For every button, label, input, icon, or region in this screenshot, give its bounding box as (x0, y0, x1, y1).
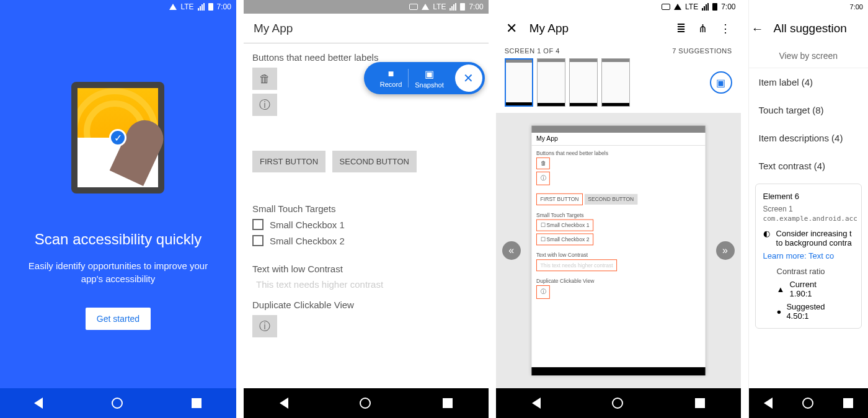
nav-home-icon[interactable] (802, 398, 813, 409)
back-button[interactable]: ← (751, 22, 764, 36)
annotated-screenshot[interactable]: My App Buttons that need better labels 🗑… (531, 126, 705, 376)
app-bar: ✕ My App ≣ ⋔ ⋮ (496, 14, 741, 43)
close-button[interactable]: ✕ (506, 20, 517, 37)
cast-icon (409, 4, 418, 10)
image-icon: ▣ (716, 77, 725, 89)
info-button[interactable]: ⓘ (252, 315, 277, 337)
suggestion-card[interactable]: Element 6 Screen 1 com.example.android.a… (755, 184, 862, 329)
info-icon: ⓘ (259, 319, 270, 334)
clock: 7:00 (469, 2, 483, 11)
status-bar: LTE 7:00 (496, 0, 741, 14)
signal-icon (450, 3, 456, 11)
image-icon: ▣ (415, 68, 443, 80)
nav-bar (0, 388, 236, 418)
checkbox-row[interactable]: Small Checkbox 2 (252, 235, 480, 246)
contrast-icon: ◐ (763, 229, 770, 247)
signal-icon (198, 3, 205, 11)
section-header: Text with low Contrast (252, 264, 480, 274)
check-icon: ✓ (109, 129, 126, 146)
screen-thumbnails: ▣ (496, 58, 741, 113)
battery-icon (712, 3, 717, 11)
suggestion-text: Consider increasing t to background cont… (776, 229, 854, 247)
wifi-icon (422, 4, 429, 10)
highlight: This text needs higher contrast (536, 259, 617, 271)
app-bar: ← All suggestion (749, 14, 868, 43)
category-item-descriptions[interactable]: Item descriptions (4) (749, 124, 868, 152)
category-item-label[interactable]: Item label (4) (749, 68, 868, 96)
checkbox-icon (252, 219, 264, 230)
metric-title: Contrast ratio (777, 267, 854, 276)
info-button[interactable]: ⓘ (252, 94, 277, 116)
tab-view-by-screen[interactable]: View by screen (749, 43, 868, 68)
status-bar: LTE 7:00 (0, 0, 236, 14)
highlight: ⓘ (536, 285, 550, 299)
thumbnail[interactable] (537, 58, 565, 107)
overflow-menu-button[interactable]: ⋮ (720, 22, 731, 35)
record-button[interactable]: ■Record (374, 68, 408, 88)
nav-back-icon[interactable] (764, 398, 773, 409)
nav-back-icon[interactable] (34, 398, 43, 409)
highlight: FIRST BUTTON (536, 193, 583, 205)
screen-ref: Screen 1 (763, 205, 854, 213)
next-screen-button[interactable]: » (716, 241, 735, 260)
low-contrast-text: This text needs higher contrast (252, 279, 480, 290)
nav-back-icon[interactable] (532, 398, 541, 409)
learn-more-link[interactable]: Learn more: Text co (763, 251, 854, 260)
highlight: ⓘ (536, 172, 550, 185)
check-circle-icon: ● (777, 307, 782, 316)
onboarding-illustration: ✓ (62, 76, 174, 200)
element-title: Element 6 (763, 192, 854, 201)
nav-home-icon[interactable] (360, 398, 371, 409)
info-icon: ⓘ (259, 97, 270, 112)
signal-icon (702, 3, 709, 11)
share-button[interactable]: ⋔ (698, 22, 707, 35)
thumbnail[interactable] (505, 58, 533, 107)
snapshot-button[interactable]: ▣Snapshot (409, 68, 450, 89)
first-button[interactable]: FIRST BUTTON (252, 151, 326, 172)
category-text-contrast[interactable]: Text contrast (4) (749, 152, 868, 180)
app-title: My App (529, 22, 664, 35)
nav-home-icon[interactable] (112, 398, 123, 409)
list-view-button[interactable]: ≣ (676, 22, 686, 35)
thumbnail[interactable] (601, 58, 630, 107)
get-started-button[interactable]: Get started (86, 308, 151, 330)
thumbnail[interactable] (569, 58, 598, 107)
suggestions-screen: 7:00 ← All suggestion View by screen Ite… (748, 0, 868, 418)
suggestion-count: 7 SUGGESTIONS (672, 47, 732, 55)
package-name: com.example.android.acc (763, 215, 854, 223)
second-button[interactable]: SECOND BUTTON (332, 151, 417, 172)
clock: 7:00 (217, 2, 231, 11)
checkbox-row[interactable]: Small Checkbox 1 (252, 219, 480, 230)
nav-recent-icon[interactable] (192, 398, 202, 408)
wifi-icon (674, 4, 681, 10)
nav-recent-icon[interactable] (443, 398, 453, 408)
results-screen: LTE 7:00 ✕ My App ≣ ⋔ ⋮ SCREEN 1 OF 4 7 … (496, 0, 741, 418)
delete-button[interactable]: 🗑 (252, 68, 277, 90)
scanner-fab: ■Record ▣Snapshot ✕ (364, 62, 485, 94)
nav-recent-icon[interactable] (843, 398, 853, 408)
prev-screen-button[interactable]: « (502, 241, 521, 260)
category-touch-target[interactable]: Touch target (8) (749, 96, 868, 124)
onboarding-screen: LTE 7:00 ✓ Scan accessibility quickly Ea… (0, 0, 236, 418)
onboarding-title: Scan accessibility quickly (35, 231, 202, 248)
nav-recent-icon[interactable] (695, 398, 705, 408)
screen-counter: SCREEN 1 OF 4 (505, 47, 560, 55)
status-bar: LTE 7:00 (244, 0, 489, 14)
lte-label: LTE (433, 2, 446, 11)
nav-back-icon[interactable] (280, 398, 288, 409)
section-header: Small Touch Targets (252, 203, 480, 214)
cast-icon (662, 4, 670, 10)
lte-label: LTE (685, 2, 698, 11)
clock: 7:00 (721, 2, 735, 11)
checkbox-icon (252, 235, 264, 246)
trash-icon: 🗑 (259, 73, 270, 86)
nav-home-icon[interactable] (612, 398, 623, 409)
battery-icon (460, 3, 465, 11)
gallery-fab[interactable]: ▣ (710, 71, 732, 94)
close-fab-button[interactable]: ✕ (455, 64, 482, 92)
screenshot-preview: « My App Buttons that need better labels… (496, 113, 741, 388)
close-icon: ✕ (463, 71, 474, 86)
nav-bar (244, 388, 489, 418)
highlight: 🗑 (536, 158, 550, 169)
lte-label: LTE (180, 2, 193, 11)
